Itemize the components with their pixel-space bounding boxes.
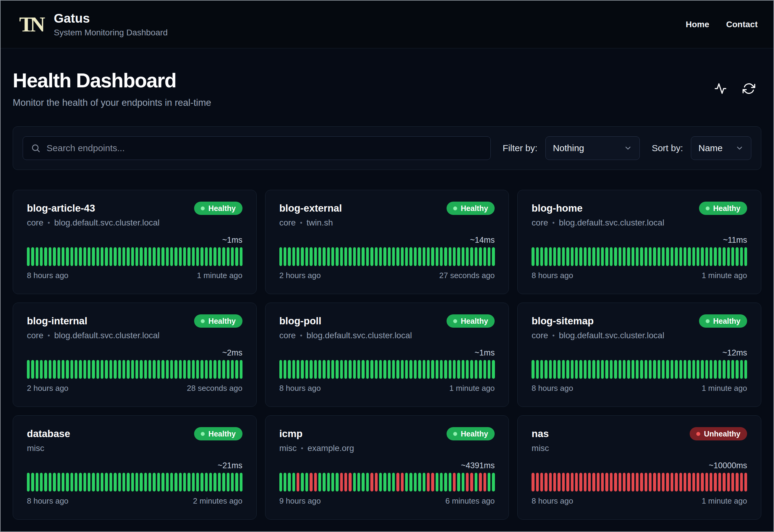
uptime-bar	[470, 473, 473, 491]
history-range: 2 hours ago 27 seconds ago	[279, 271, 495, 280]
uptime-bar	[323, 360, 325, 379]
uptime-bar	[357, 473, 360, 491]
uptime-bar	[619, 247, 621, 266]
uptime-bar	[370, 473, 373, 491]
uptime-bar	[584, 247, 587, 266]
uptime-bar	[562, 247, 565, 266]
uptime-bar	[744, 473, 747, 491]
status-badge: Unhealthy	[690, 427, 747, 440]
filter-select[interactable]: Nothing	[545, 136, 640, 160]
nav-link-home[interactable]: Home	[686, 20, 709, 29]
uptime-bar	[40, 473, 43, 491]
uptime-bar	[597, 360, 600, 379]
uptime-bar	[675, 360, 678, 379]
sort-select[interactable]: Name	[691, 136, 751, 160]
search-icon	[31, 143, 41, 153]
endpoint-latency: ~12ms	[532, 348, 747, 358]
uptime-bar	[436, 473, 438, 491]
endpoint-card[interactable]: blog-home Healthy core • blog.default.sv…	[517, 190, 761, 294]
status-badge: Healthy	[194, 427, 242, 440]
search-box[interactable]	[23, 136, 491, 160]
uptime-bar	[27, 360, 30, 379]
uptime-bar	[88, 360, 90, 379]
uptime-bar	[423, 360, 425, 379]
endpoint-meta: misc	[532, 443, 747, 453]
activity-icon-button[interactable]	[714, 82, 727, 96]
header-actions	[714, 82, 761, 96]
uptime-bar	[545, 473, 547, 491]
uptime-bar	[731, 247, 734, 266]
uptime-bar	[744, 247, 747, 266]
uptime-bar	[284, 360, 286, 379]
uptime-bar	[632, 360, 634, 379]
uptime-bar	[558, 247, 560, 266]
uptime-bar	[627, 360, 630, 379]
uptime-bar	[427, 247, 430, 266]
uptime-bar	[279, 247, 282, 266]
uptime-bar	[122, 360, 125, 379]
endpoint-card[interactable]: blog-internal Healthy core • blog.defaul…	[13, 303, 257, 407]
endpoint-host: blog.default.svc.cluster.local	[54, 218, 160, 228]
uptime-bar	[440, 247, 443, 266]
uptime-bar	[566, 360, 569, 379]
uptime-bar	[174, 360, 177, 379]
card-top-row: nas Unhealthy	[532, 427, 747, 440]
endpoint-name: blog-sitemap	[532, 315, 594, 327]
uptime-bar	[205, 473, 208, 491]
uptime-bar	[409, 473, 412, 491]
uptime-bar	[153, 360, 155, 379]
uptime-bar	[144, 247, 147, 266]
uptime-bar	[553, 247, 556, 266]
refresh-icon-button[interactable]	[742, 82, 756, 96]
uptime-bar	[444, 360, 447, 379]
uptime-bar	[379, 473, 382, 491]
endpoint-card[interactable]: blog-sitemap Healthy core • blog.default…	[517, 303, 761, 407]
uptime-bar	[222, 473, 225, 491]
uptime-bar	[388, 473, 391, 491]
uptime-bar	[209, 473, 212, 491]
uptime-bar	[96, 473, 99, 491]
uptime-bar	[405, 247, 408, 266]
endpoint-card[interactable]: icmp Healthy misc • example.org ~4391ms …	[265, 415, 509, 520]
uptime-bar	[192, 473, 195, 491]
uptime-bar	[457, 360, 460, 379]
uptime-bar	[571, 247, 574, 266]
uptime-bar	[575, 247, 578, 266]
uptime-bar	[705, 360, 708, 379]
uptime-bar	[671, 473, 673, 491]
status-dot-icon	[696, 432, 700, 436]
uptime-bar	[310, 473, 312, 491]
uptime-bar	[483, 247, 486, 266]
endpoint-card[interactable]: blog-article-43 Healthy core • blog.defa…	[13, 190, 257, 294]
uptime-bar	[684, 473, 686, 491]
uptime-bar	[605, 360, 608, 379]
endpoint-card[interactable]: database Healthy misc ~21ms 8 hours ago …	[13, 415, 257, 520]
uptime-bar	[462, 247, 464, 266]
endpoint-card[interactable]: nas Unhealthy misc ~10000ms 8 hours ago …	[517, 415, 761, 520]
uptime-bar	[288, 360, 291, 379]
uptime-bar	[118, 247, 121, 266]
uptime-bar	[122, 247, 125, 266]
uptime-bar	[62, 360, 64, 379]
uptime-bar	[148, 247, 151, 266]
uptime-bar	[331, 247, 334, 266]
uptime-bar	[649, 360, 652, 379]
brand[interactable]: TN Gatus System Monitoring Dashboard	[18, 10, 168, 39]
brand-tagline: System Monitoring Dashboard	[54, 28, 168, 37]
uptime-bar	[627, 247, 630, 266]
uptime-bar	[488, 360, 490, 379]
nav-link-contact[interactable]: Contact	[726, 20, 758, 29]
uptime-bar	[662, 473, 665, 491]
uptime-bar	[318, 360, 321, 379]
uptime-bar	[649, 473, 652, 491]
history-start: 2 hours ago	[279, 271, 321, 280]
separator-dot: •	[301, 444, 303, 452]
uptime-bar	[83, 473, 86, 491]
uptime-bar	[653, 473, 656, 491]
search-input[interactable]	[47, 143, 483, 153]
uptime-bar	[170, 360, 173, 379]
endpoint-grid: blog-article-43 Healthy core • blog.defa…	[13, 190, 761, 520]
endpoint-card[interactable]: blog-poll Healthy core • blog.default.sv…	[265, 303, 509, 407]
endpoint-card[interactable]: blog-external Healthy core • twin.sh ~14…	[265, 190, 509, 294]
uptime-bar	[723, 247, 725, 266]
